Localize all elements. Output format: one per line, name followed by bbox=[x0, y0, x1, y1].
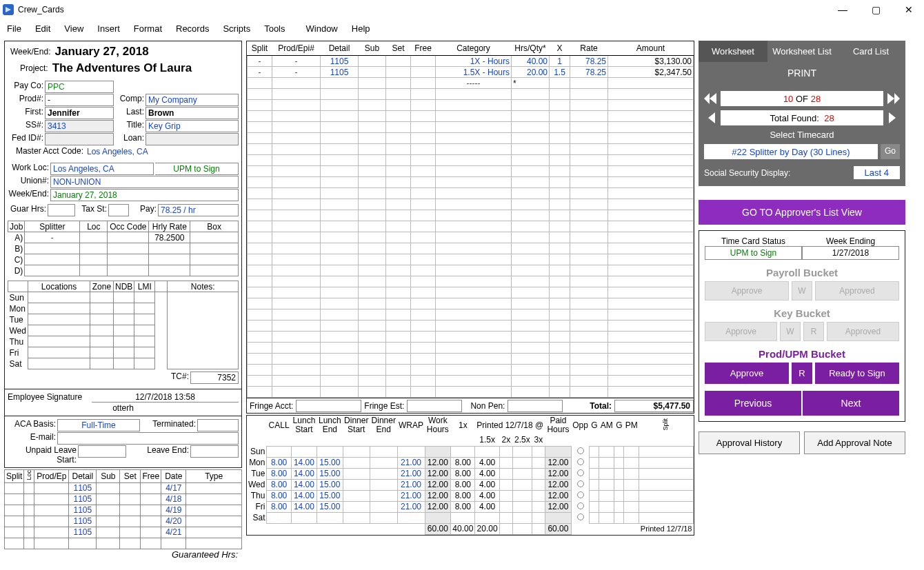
loan-field[interactable] bbox=[145, 133, 239, 145]
workloc-label: Work Loc: bbox=[8, 163, 49, 175]
tc-field[interactable]: 7352 bbox=[190, 371, 239, 384]
prev-icon[interactable] bbox=[704, 111, 718, 125]
we-label: Week Ending bbox=[802, 236, 899, 246]
last-icon[interactable] bbox=[886, 92, 900, 105]
menu-bar: File Edit View Insert Format Records Scr… bbox=[0, 19, 924, 38]
tab-worksheet[interactable]: Worksheet bbox=[699, 41, 767, 62]
fringe-est-field[interactable] bbox=[407, 400, 462, 412]
go-button[interactable]: Go bbox=[881, 144, 900, 159]
select-timecard-dropdown[interactable]: #22 Splitter by Day (30 Lines) bbox=[704, 144, 878, 159]
job-table: Job Splitter Loc Occ Code Hrly Rate Box … bbox=[8, 221, 239, 276]
ulend-field[interactable] bbox=[190, 445, 239, 458]
menu-scripts[interactable]: Scripts bbox=[223, 23, 250, 34]
mac-field[interactable]: Los Angeles, CA bbox=[85, 146, 239, 159]
menu-window[interactable]: Window bbox=[306, 23, 338, 34]
tcs-label: Time Card Status bbox=[705, 236, 802, 246]
add-approval-note-button[interactable]: Add Approval Note bbox=[804, 431, 905, 454]
line-items-grid: Split Prod/Epi# Detail Sub Set Free Cate… bbox=[247, 41, 694, 398]
term-field[interactable] bbox=[197, 419, 239, 431]
line-item-row: ----- * bbox=[248, 78, 694, 89]
mac-label: Master Acct Code: bbox=[8, 146, 83, 159]
menu-records[interactable]: Records bbox=[176, 23, 209, 34]
weekend2-field[interactable]: January 27, 2018 bbox=[50, 189, 239, 201]
menu-tools[interactable]: Tools bbox=[264, 23, 285, 34]
menu-help[interactable]: Help bbox=[352, 23, 370, 34]
ssd-label: Social Security Display: bbox=[704, 168, 848, 178]
union-field[interactable]: NON-UNION bbox=[50, 176, 239, 188]
payroll-approved-button[interactable]: Approved bbox=[815, 281, 899, 301]
prodnum-field[interactable]: - bbox=[45, 94, 114, 106]
title-bar: Crew_Cards — ▢ ✕ bbox=[0, 0, 924, 19]
email-field[interactable] bbox=[57, 432, 239, 445]
menu-edit[interactable]: Edit bbox=[35, 23, 50, 34]
fedid-field[interactable] bbox=[45, 133, 114, 145]
goto-approvers-button[interactable]: GO TO Approver's List View bbox=[699, 200, 905, 225]
aca-field[interactable]: Full-Time bbox=[57, 419, 140, 431]
menu-view[interactable]: View bbox=[64, 23, 83, 34]
app-icon bbox=[3, 4, 14, 15]
comp-field[interactable]: My Company bbox=[145, 94, 239, 106]
last-field[interactable]: Brown bbox=[145, 107, 239, 119]
key-r-button[interactable]: R bbox=[803, 322, 824, 341]
job-a-rate[interactable]: 78.2500 bbox=[149, 232, 190, 243]
key-w-button[interactable]: W bbox=[780, 322, 801, 341]
project-value: The Adventures Of Laura bbox=[52, 61, 192, 75]
nonpen-field[interactable] bbox=[508, 400, 563, 412]
first-icon[interactable] bbox=[704, 92, 718, 105]
payco-field[interactable]: PPC bbox=[45, 81, 114, 93]
opp-radio[interactable] bbox=[577, 491, 584, 498]
total-paid-hours: 60.00 bbox=[545, 523, 572, 534]
produpm-bucket-label: Prod/UPM Bucket bbox=[705, 348, 899, 360]
pay-field[interactable]: 78.25 / hr bbox=[158, 204, 239, 216]
loan-label: Loan: bbox=[115, 133, 144, 145]
next-icon[interactable] bbox=[886, 111, 900, 125]
ulstart-field[interactable] bbox=[78, 445, 126, 458]
title-field[interactable]: Key Grip bbox=[145, 120, 239, 132]
opp-radio[interactable] bbox=[577, 502, 584, 509]
tab-worksheet-list[interactable]: Worksheet List bbox=[767, 41, 836, 62]
locations-table: Locations Zone NDB LMI Notes: Sun Mon Tu… bbox=[8, 281, 239, 369]
job-a-splitter[interactable]: - bbox=[25, 232, 80, 243]
fringe-acct-field[interactable] bbox=[296, 400, 361, 412]
next-button[interactable]: Next bbox=[803, 391, 899, 416]
print-button[interactable]: PRINT bbox=[699, 62, 905, 84]
notes-area[interactable] bbox=[168, 292, 239, 369]
menu-format[interactable]: Format bbox=[134, 23, 162, 34]
close-button[interactable]: ✕ bbox=[902, 4, 916, 15]
menu-file[interactable]: File bbox=[7, 23, 21, 34]
opp-radio[interactable] bbox=[577, 513, 584, 520]
email-label: E-mail: bbox=[8, 432, 56, 445]
maximize-button[interactable]: ▢ bbox=[869, 4, 883, 15]
payroll-w-button[interactable]: W bbox=[792, 281, 812, 301]
produpm-approve-button[interactable]: Approve bbox=[705, 363, 789, 384]
workloc-field[interactable]: Los Angeles, CA bbox=[50, 163, 154, 175]
title-label: Title: bbox=[115, 120, 144, 132]
guarhrs-field[interactable] bbox=[48, 204, 75, 216]
payroll-approve-button[interactable]: Approve bbox=[705, 281, 789, 301]
sig-user: otterh bbox=[8, 403, 239, 413]
project-label: Project: bbox=[10, 63, 48, 73]
key-approve-button[interactable]: Approve bbox=[705, 322, 777, 341]
line-item-row: - - 1105 1X - Hours 40.00 1 78.25 $3,130… bbox=[248, 56, 694, 67]
menu-insert[interactable]: Insert bbox=[97, 23, 120, 34]
opp-radio[interactable] bbox=[577, 480, 584, 487]
ss-field[interactable]: 3413 bbox=[45, 120, 114, 132]
produpm-r-button[interactable]: R bbox=[792, 363, 812, 384]
tab-card-list[interactable]: Card List bbox=[836, 41, 905, 62]
minimize-button[interactable]: — bbox=[836, 4, 850, 15]
printed-footer: Printed 12/7/18 bbox=[639, 523, 694, 534]
payco-label: Pay Co: bbox=[8, 81, 43, 93]
totals-row: Fringe Acct: Fringe Est: Non Pen: Total:… bbox=[246, 398, 694, 414]
key-bucket-label: Key Bucket bbox=[705, 307, 899, 319]
approval-history-button[interactable]: Approval History bbox=[699, 431, 800, 454]
opp-radio[interactable] bbox=[577, 447, 584, 454]
ssd-dropdown[interactable]: Last 4 bbox=[854, 166, 900, 179]
total-found-display: Total Found: 28 bbox=[721, 110, 883, 125]
taxst-field[interactable] bbox=[108, 204, 129, 216]
key-approved-button[interactable]: Approved bbox=[827, 322, 899, 341]
opp-radio[interactable] bbox=[577, 458, 584, 465]
previous-button[interactable]: Previous bbox=[705, 391, 801, 416]
first-field[interactable]: Jennifer bbox=[45, 107, 114, 119]
opp-radio[interactable] bbox=[577, 469, 584, 476]
produpm-ready-button[interactable]: Ready to Sign bbox=[815, 363, 899, 384]
